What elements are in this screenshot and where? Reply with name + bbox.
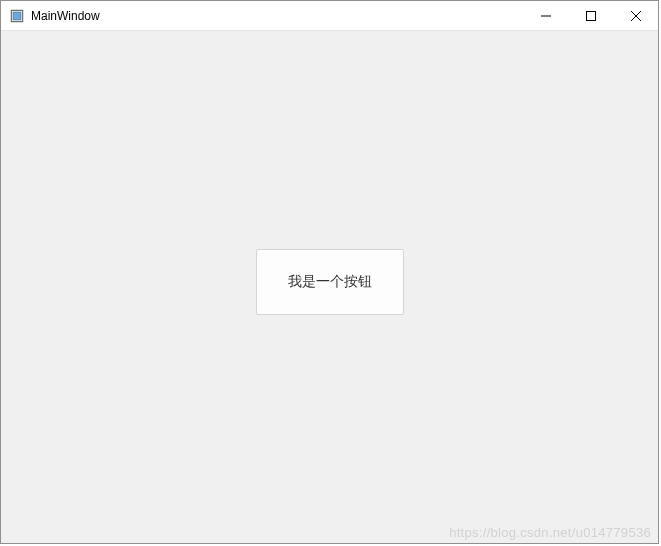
maximize-button[interactable] bbox=[568, 1, 613, 30]
minimize-button[interactable] bbox=[523, 1, 568, 30]
svg-rect-1 bbox=[13, 12, 21, 20]
main-window: MainWindow 我是一个按钮 bbox=[0, 0, 659, 544]
titlebar: MainWindow bbox=[1, 1, 658, 31]
window-controls bbox=[523, 1, 658, 30]
window-title: MainWindow bbox=[31, 9, 523, 23]
center-button[interactable]: 我是一个按钮 bbox=[256, 249, 404, 315]
close-button[interactable] bbox=[613, 1, 658, 30]
svg-rect-3 bbox=[586, 11, 595, 20]
client-area: 我是一个按钮 bbox=[1, 31, 658, 543]
app-icon bbox=[9, 8, 25, 24]
